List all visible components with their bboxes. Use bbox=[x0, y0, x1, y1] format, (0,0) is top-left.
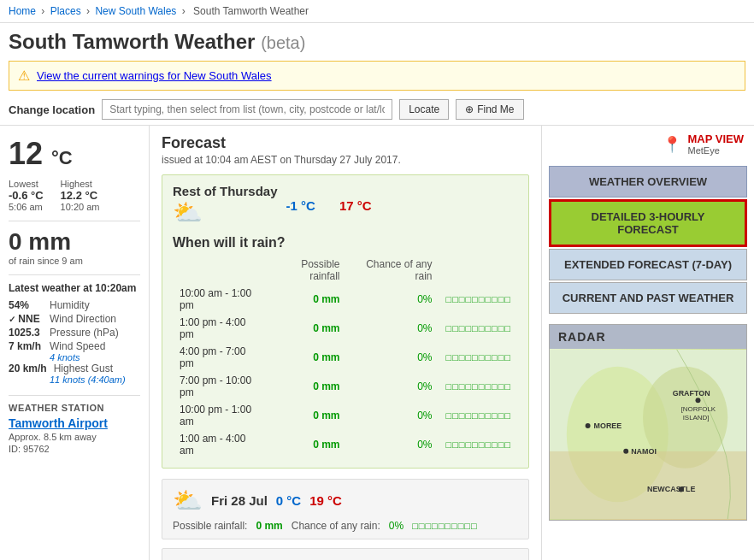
weather-station-section: WEATHER STATION Tamworth Airport Approx.… bbox=[9, 395, 140, 454]
saturday-block: ☀ Sat 29 Jul -1 °C 20 °C Possible rainfa… bbox=[162, 548, 529, 560]
rain-time-cell: 4:00 pm - 7:00 pm bbox=[173, 343, 266, 372]
nav-buttons: WEATHER OVERVIEW DETAILED 3-HOURLY FOREC… bbox=[542, 162, 754, 317]
breadcrumb-places[interactable]: Places bbox=[50, 5, 81, 17]
rain-col-chance: Chance of any rain bbox=[347, 256, 439, 285]
rain-bar-cell: □□□□□□□□□□ bbox=[439, 343, 518, 372]
rain-amount-cell: 0 mm bbox=[266, 372, 346, 401]
rain-table-row: 10:00 pm - 1:00 am 0 mm 0% □□□□□□□□□□ bbox=[173, 401, 518, 430]
right-sidebar: 📍 MAP VIEW MetEye WEATHER OVERVIEW DETAI… bbox=[542, 126, 754, 560]
radar-svg: MOREE GRAFTON NAMOI NEWCASTLE [NORFOLK I… bbox=[550, 349, 746, 520]
radar-map: MOREE GRAFTON NAMOI NEWCASTLE [NORFOLK I… bbox=[550, 349, 746, 520]
thursday-header: Rest of Thursday ⛅ -1 °C 17 °C bbox=[173, 184, 518, 227]
rain-amount-cell: 0 mm bbox=[266, 401, 346, 430]
change-location-label: Change location bbox=[9, 103, 95, 116]
friday-rainfall-row: Possible rainfall: 0 mm Chance of any ra… bbox=[173, 520, 518, 532]
findme-button[interactable]: ⊕ Find Me bbox=[456, 99, 523, 120]
rain-chance-cell: 0% bbox=[347, 314, 439, 343]
location-bar: Change location Locate ⊕ Find Me bbox=[0, 94, 754, 126]
saturday-header: ☀ Sat 29 Jul -1 °C 20 °C bbox=[173, 556, 518, 560]
meteye-label: MetEye bbox=[688, 145, 745, 156]
rain-bar-cell: □□□□□□□□□□ bbox=[439, 285, 518, 314]
friday-block: ⛅ Fri 28 Jul 0 °C 19 °C Possible rainfal… bbox=[162, 479, 529, 539]
rain-table-row: 1:00 pm - 4:00 pm 0 mm 0% □□□□□□□□□□ bbox=[173, 314, 518, 343]
rain-chance-cell: 0% bbox=[347, 372, 439, 401]
low-high-temps: Lowest -0.6 °C 5:06 am Highest 12.2 °C 1… bbox=[9, 179, 140, 212]
map-view-label: MAP VIEW bbox=[688, 133, 745, 145]
thursday-temp-high: 17 °C bbox=[339, 198, 372, 213]
rain-time-cell: 10:00 pm - 1:00 am bbox=[173, 401, 266, 430]
crosshair-icon: ⊕ bbox=[465, 103, 474, 115]
rain-amount-cell: 0 mm bbox=[266, 430, 346, 459]
rain-chance-cell: 0% bbox=[347, 401, 439, 430]
svg-point-4 bbox=[586, 423, 591, 428]
rain-table-row: 1:00 am - 4:00 am 0 mm 0% □□□□□□□□□□ bbox=[173, 430, 518, 459]
rain-amount-cell: 0 mm bbox=[266, 285, 346, 314]
rain-table-row: 10:00 am - 1:00 pm 0 mm 0% □□□□□□□□□□ bbox=[173, 285, 518, 314]
thursday-period-block: Rest of Thursday ⛅ -1 °C 17 °C When will… bbox=[162, 174, 529, 469]
breadcrumb-home[interactable]: Home bbox=[9, 5, 36, 17]
rain-chance-cell: 0% bbox=[347, 430, 439, 459]
wind-dir-row: ✓ NNE Wind Direction bbox=[9, 313, 140, 325]
humidity-row: 54% Humidity bbox=[9, 299, 140, 311]
rain-table-row: 7:00 pm - 10:00 pm 0 mm 0% □□□□□□□□□□ bbox=[173, 372, 518, 401]
svg-text:GRAFTON: GRAFTON bbox=[673, 389, 710, 398]
friday-rainfall: 0 mm bbox=[256, 520, 282, 532]
thursday-temp-low: -1 °C bbox=[286, 198, 315, 213]
extended-forecast-button[interactable]: EXTENDED FORECAST (7-DAY) bbox=[549, 249, 747, 280]
station-id: ID: 95762 bbox=[9, 444, 140, 454]
svg-text:MOREE: MOREE bbox=[594, 421, 622, 430]
latest-weather-title: Latest weather at 10:20am bbox=[9, 282, 140, 294]
station-section-title: WEATHER STATION bbox=[9, 403, 140, 413]
friday-high: 19 °C bbox=[309, 493, 342, 508]
warning-bar[interactable]: ⚠ View the current warnings for New Sout… bbox=[9, 61, 745, 91]
page-title: South Tamworth Weather (beta) bbox=[0, 23, 754, 57]
rain-chance-cell: 0% bbox=[347, 285, 439, 314]
detailed-forecast-button[interactable]: DETAILED 3-HOURLY FORECAST bbox=[549, 199, 747, 247]
svg-text:[NORFOLK: [NORFOLK bbox=[681, 405, 716, 413]
current-weather-button[interactable]: CURRENT AND PAST WEATHER bbox=[549, 282, 747, 314]
latest-weather-section: Latest weather at 10:20am 54% Humidity ✓… bbox=[9, 274, 140, 385]
rain-bar-cell: □□□□□□□□□□ bbox=[439, 314, 518, 343]
station-name-link[interactable]: Tamworth Airport bbox=[9, 416, 140, 430]
svg-point-6 bbox=[696, 398, 701, 403]
rain-question: When will it rain? bbox=[173, 235, 518, 251]
locate-button[interactable]: Locate bbox=[399, 99, 449, 120]
rain-bar-cell: □□□□□□□□□□ bbox=[439, 430, 518, 459]
location-input[interactable] bbox=[102, 99, 392, 120]
warning-link[interactable]: View the current warnings for New South … bbox=[37, 69, 272, 82]
map-view-link[interactable]: 📍 MAP VIEW MetEye bbox=[542, 126, 754, 162]
center-content: Forecast issued at 10:04 am AEST on Thur… bbox=[150, 126, 542, 560]
gust-knots: 11 knots (4:40am) bbox=[50, 374, 140, 385]
friday-name: Fri 28 Jul bbox=[211, 493, 268, 508]
rain-time-cell: 10:00 am - 1:00 pm bbox=[173, 285, 266, 314]
rain-table-row: 4:00 pm - 7:00 pm 0 mm 0% □□□□□□□□□□ bbox=[173, 343, 518, 372]
current-temperature: 12 °C bbox=[9, 136, 140, 172]
weather-overview-button[interactable]: WEATHER OVERVIEW bbox=[549, 166, 747, 197]
thursday-weather-icon: ⛅ bbox=[173, 199, 203, 226]
wind-speed-row: 7 km/h Wind Speed bbox=[9, 340, 140, 352]
svg-point-8 bbox=[623, 449, 628, 454]
friday-bar: □□□□□□□□□□ bbox=[412, 521, 477, 531]
left-sidebar: 12 °C Lowest -0.6 °C 5:06 am Highest 12.… bbox=[0, 126, 150, 560]
rain-table: Possible rainfall Chance of any rain 10:… bbox=[173, 256, 518, 459]
rain-time-cell: 1:00 am - 4:00 am bbox=[173, 430, 266, 459]
rain-time-cell: 1:00 pm - 4:00 pm bbox=[173, 314, 266, 343]
forecast-issued: issued at 10:04 am AEST on Thursday 27 J… bbox=[162, 154, 529, 166]
rain-chance-cell: 0% bbox=[347, 343, 439, 372]
warning-icon: ⚠ bbox=[18, 68, 30, 84]
radar-title: RADAR bbox=[550, 325, 746, 349]
friday-chance: 0% bbox=[389, 520, 404, 532]
rain-amount-cell: 0 mm bbox=[266, 314, 346, 343]
breadcrumb-nsw[interactable]: New South Wales bbox=[95, 5, 176, 17]
rain-since-9am: 0 mm of rain since 9 am bbox=[9, 221, 140, 266]
friday-header: ⛅ Fri 28 Jul 0 °C 19 °C bbox=[173, 486, 518, 515]
thursday-period-name: Rest of Thursday bbox=[173, 184, 278, 198]
rain-bar-cell: □□□□□□□□□□ bbox=[439, 401, 518, 430]
map-pin-icon: 📍 bbox=[663, 135, 681, 154]
friday-icon: ⛅ bbox=[173, 486, 203, 515]
gust-row: 20 km/h Highest Gust bbox=[9, 363, 140, 374]
breadcrumb-current: South Tamworth Weather bbox=[193, 5, 309, 17]
main-layout: 12 °C Lowest -0.6 °C 5:06 am Highest 12.… bbox=[0, 126, 754, 560]
friday-low: 0 °C bbox=[276, 493, 301, 508]
wind-speed-knots: 4 knots bbox=[50, 352, 140, 363]
